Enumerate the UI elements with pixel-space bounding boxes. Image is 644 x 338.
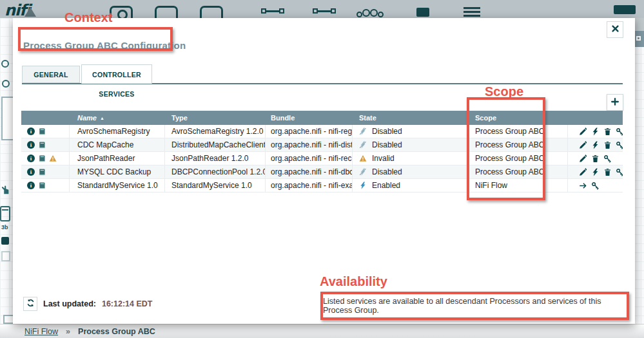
breadcrumb-root-link[interactable]: NiFi Flow [24,327,58,336]
navigate-zoom-icon [1,60,9,68]
toolbar-process-group-icon[interactable] [261,8,284,17]
dialog-footer: Last updated: 16:12:14 EDT [23,297,152,311]
key-icon[interactable] [616,127,623,136]
cell-type: DBCPConnectionPool 1.2.0 [165,165,266,178]
enable-icon[interactable] [591,127,600,136]
breadcrumb-separator: » [66,327,70,336]
usage-icon[interactable] [38,141,46,149]
cell-bundle: org.apache.nifi - nifi-dbcp-servic... [266,165,353,178]
key-icon[interactable] [603,155,612,163]
breadcrumb: NiFi Flow » Process Group ABC [0,324,644,338]
delete-icon[interactable] [591,155,600,163]
hamburger-menu-icon[interactable] [614,5,636,14]
cell-state: Invalid [353,152,469,165]
column-header-actions [568,111,623,125]
toolbar-funnel-icon[interactable] [356,9,387,18]
tab-controller-services[interactable]: CONTROLLER SERVICES [81,64,152,84]
hand-cursor-icon [1,185,10,194]
enable-icon[interactable] [591,168,600,176]
refresh-icon [26,299,35,309]
column-header-type[interactable]: Type [165,111,266,125]
cell-actions [568,138,623,151]
edit-icon[interactable] [579,127,587,136]
key-icon[interactable] [616,141,623,149]
cell-bundle: org.apache.nifi - nifi-distributed-... [266,138,353,151]
refresh-button[interactable] [23,297,37,311]
info-icon[interactable]: i [27,155,35,162]
state-text: Disabled [372,167,402,176]
toolbar-label-icon[interactable] [463,7,480,17]
toolbar-remote-process-group-icon[interactable] [313,8,336,17]
tab-general[interactable]: GENERAL [22,66,80,83]
cell-actions [568,179,623,192]
state-text: Invalid [372,154,395,163]
info-icon[interactable]: i [27,127,35,135]
delete-icon[interactable] [603,127,612,136]
context-annotation-box [18,27,173,51]
column-header-name[interactable]: Name ▲ [70,111,165,125]
close-icon [611,24,620,35]
cell-type: AvroSchemaRegistry 1.2.0 [165,125,266,138]
state-text: Disabled [372,140,402,149]
breadcrumb-current[interactable]: Process Group ABC [78,327,155,336]
enable-icon[interactable] [591,141,600,149]
cell-state: Disabled [353,125,469,138]
row-indicator-icons: i [21,165,70,178]
warning-icon [49,155,57,162]
usage-icon[interactable] [38,182,46,189]
key-icon[interactable] [616,168,623,176]
clock-icon [2,80,10,88]
cell-bundle: org.apache.nifi - nifi-registry-nar [266,125,353,138]
context-annotation-label: Context [64,10,112,25]
state-text: Disabled [372,127,402,136]
cell-name: JsonPathReader [70,152,165,165]
disabled-icon [359,141,367,149]
row-indicator-icons: i [21,179,70,192]
add-controller-service-button[interactable] [607,94,623,111]
delete-icon[interactable] [603,168,612,176]
enabled-icon [359,182,367,189]
key-icon[interactable] [591,182,600,190]
cell-name: MYSQL CDC Backup [70,165,165,178]
usage-icon[interactable] [38,168,46,176]
close-button[interactable] [607,21,623,38]
info-icon[interactable]: i [27,168,35,176]
cell-state: Enabled [353,179,469,192]
processor-triangle-icon [24,7,36,17]
scope-annotation-box [467,97,545,200]
usage-icon[interactable] [38,155,46,162]
invalid-icon [359,155,367,162]
edit-icon[interactable] [579,155,587,163]
row-indicator-icons: i [21,125,70,138]
row-indicator-icons: i [21,152,70,165]
toolbar-template-icon[interactable] [416,8,429,17]
last-updated-time: 16:12:14 EDT [102,299,153,308]
gear-icon [1,237,9,245]
cell-actions [568,165,623,178]
state-text: Enabled [372,181,400,190]
column-header-bundle[interactable]: Bundle [266,111,353,125]
cell-type: StandardMyService 1.0 [165,179,266,192]
usage-icon[interactable] [38,127,46,135]
plus-icon [610,97,620,108]
cell-name: StandardMyService 1.0 [70,179,165,192]
cell-name: AvroSchemaRegistry [70,125,165,138]
canvas-count-text: 3b [1,224,8,230]
cell-actions [568,152,623,165]
operate-palette-fragment [1,251,10,261]
cell-bundle: org.apache.nifi - nifi-example-se... [266,179,353,192]
availability-annotation-label: Availability [320,274,387,289]
edit-icon[interactable] [579,141,587,149]
cell-state: Disabled [353,138,469,151]
canvas-right-block [634,31,644,47]
sort-asc-icon: ▲ [100,116,104,120]
info-icon[interactable]: i [27,182,35,189]
info-icon[interactable]: i [27,141,35,149]
goto-icon[interactable] [579,182,587,190]
column-header-icons [21,111,70,125]
screen: nifi 3b NiFi Flow » Process Group ABC Pr… [0,0,644,338]
delete-icon[interactable] [603,141,612,149]
column-header-state[interactable]: State [353,111,469,125]
process-group-fragment-icon [0,206,10,221]
edit-icon[interactable] [579,168,587,176]
